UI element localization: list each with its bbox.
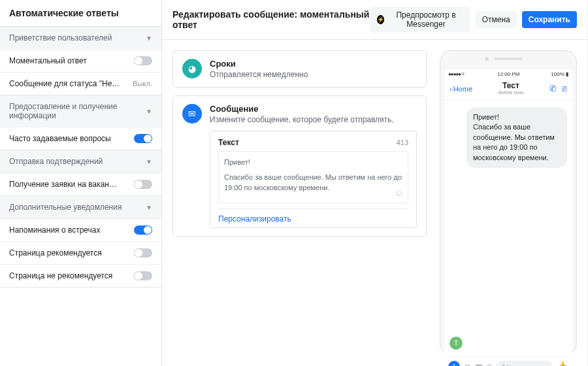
sidebar-item[interactable]: Сообщение для статуса "Нет на ме...Выкл. (0, 72, 161, 95)
toggle-switch[interactable] (134, 271, 152, 280)
save-button[interactable]: Сохранить (522, 11, 577, 28)
text-block: Текст 413 Привет! Спасибо за ваше сообще… (210, 131, 417, 228)
chat-body: T Привет! Спасибо за ваше сообщение. Мы … (444, 101, 572, 356)
mic-icon[interactable]: ⍢ (487, 362, 492, 367)
timing-card: ◕ Сроки Отправляется немедленно (172, 50, 427, 88)
emoji-icon[interactable]: ☺ (395, 186, 404, 200)
chevron-left-icon: ‹ (449, 85, 452, 93)
toggle-switch[interactable] (134, 248, 152, 258)
sidebar-item-label: Страница рекомендуется (9, 248, 102, 258)
message-body: Спасибо за ваше сообщение. Мы ответим на… (224, 172, 402, 193)
sidebar-group-title: Дополнительные уведомления (9, 203, 122, 212)
sidebar-header: Автоматические ответы (0, 0, 161, 27)
call-icon[interactable]: ✆ (549, 84, 557, 93)
phone-screen: ●●●●● ᯤ 12:00 PM 100% ▮ ‹ Home Тест Acti… (444, 69, 572, 366)
sidebar-item-label: Напоминания о встречах (9, 225, 101, 235)
like-icon[interactable]: 👍 (556, 361, 568, 366)
sidebar-group-header[interactable]: Отправка подтверждений▼ (0, 150, 161, 173)
back-button[interactable]: ‹ Home (449, 85, 472, 93)
chat-header: ‹ Home Тест Active now ✆ ⎚ (444, 79, 572, 101)
toggle-switch[interactable] (134, 134, 152, 143)
sidebar-item[interactable]: Моментальный ответ (0, 49, 161, 72)
toggle-switch[interactable] (134, 180, 152, 189)
chevron-down-icon: ▼ (146, 35, 152, 42)
sidebar-item[interactable]: Часто задаваемые вопросы (0, 127, 161, 150)
status-badge: Выкл. (133, 80, 152, 88)
sidebar-group-header[interactable]: Дополнительные уведомления▼ (0, 196, 161, 218)
sidebar-item[interactable]: Страница рекомендуется (0, 241, 161, 264)
preview-messenger-button[interactable]: ⚡ Предпросмотр в Messenger (370, 7, 470, 33)
text-label: Текст (218, 138, 239, 147)
message-card: ✉ Сообщение Измените сообщение, которое … (172, 95, 427, 237)
chat-status: Active now (498, 90, 524, 96)
sidebar-item[interactable]: Страница не рекомендуется (0, 264, 161, 287)
chevron-down-icon: ▼ (146, 158, 152, 165)
timing-title: Сроки (210, 59, 308, 69)
personalize-link[interactable]: Персонализировать (218, 208, 408, 224)
main: Редактировать сообщение: моментальный от… (162, 0, 588, 366)
sidebar-group-title: Приветствие пользователей (9, 33, 112, 42)
sidebar: Автоматические ответы Приветствие пользо… (0, 0, 162, 366)
sidebar-item-label: Сообщение для статуса "Нет на ме... (9, 79, 120, 88)
sidebar-group-title: Отправка подтверждений (9, 157, 103, 166)
chat-icon: ✉ (182, 104, 202, 124)
timing-subtitle: Отправляется немедленно (210, 70, 308, 79)
battery-icon: 100% ▮ (551, 71, 568, 77)
status-time: 12:00 PM (497, 71, 519, 77)
message-greeting: Привет! (224, 157, 402, 168)
toggle-switch[interactable] (134, 56, 152, 65)
image-icon[interactable]: ▦ (475, 362, 483, 367)
add-icon[interactable]: + (448, 361, 460, 366)
toggle-switch[interactable] (134, 225, 152, 235)
status-bar: ●●●●● ᯤ 12:00 PM 100% ▮ (444, 69, 572, 79)
back-label: Home (453, 85, 472, 93)
message-subtitle: Измените сообщение, которое будете отпра… (210, 115, 417, 124)
preview-btn-label: Предпросмотр в Messenger (388, 10, 463, 29)
char-counter: 413 (397, 139, 408, 146)
main-header: Редактировать сообщение: моментальный от… (162, 0, 587, 40)
sidebar-item-label: Получение заявки на вакансию (9, 180, 120, 189)
page-title: Редактировать сообщение: моментальный от… (172, 9, 370, 30)
header-actions: ⚡ Предпросмотр в Messenger Отмена Сохран… (370, 7, 577, 33)
editor-column: ◕ Сроки Отправляется немедленно ✉ Сообще… (172, 50, 427, 356)
chevron-down-icon: ▼ (146, 204, 152, 211)
sidebar-group-header[interactable]: Приветствие пользователей▼ (0, 27, 161, 49)
camera-icon[interactable]: ◎ (464, 362, 471, 367)
messenger-icon: ⚡ (377, 15, 384, 24)
sidebar-item[interactable]: Получение заявки на вакансию (0, 173, 161, 195)
message-bubble: Привет! Спасибо за ваше сообщение. Мы от… (466, 107, 567, 168)
sidebar-item-label: Страница не рекомендуется (9, 271, 112, 280)
signal-icon: ●●●●● ᯤ (448, 71, 466, 77)
clock-icon: ◕ (182, 59, 202, 78)
message-title: Сообщение (210, 104, 417, 114)
composer: + ◎ ▦ ⍢ Aa 👍 (444, 356, 572, 366)
chevron-down-icon: ▼ (146, 108, 152, 115)
sidebar-item-label: Часто задаваемые вопросы (9, 134, 111, 143)
avatar: T (449, 337, 463, 350)
sidebar-group-title: Предоставление и получение информации (9, 102, 146, 120)
sidebar-group-header[interactable]: Предоставление и получение информации▼ (0, 95, 161, 127)
video-icon[interactable]: ⎚ (562, 84, 567, 93)
sidebar-item-label: Моментальный ответ (9, 56, 87, 65)
sidebar-item[interactable]: Напоминания о встречах (0, 218, 161, 241)
phone-preview: ●●●●● ᯤ 12:00 PM 100% ▮ ‹ Home Тест Acti… (440, 50, 577, 356)
cancel-button[interactable]: Отмена (476, 11, 517, 28)
composer-input[interactable]: Aa (496, 361, 552, 366)
message-textarea[interactable]: Привет! Спасибо за ваше сообщение. Мы от… (218, 151, 408, 203)
